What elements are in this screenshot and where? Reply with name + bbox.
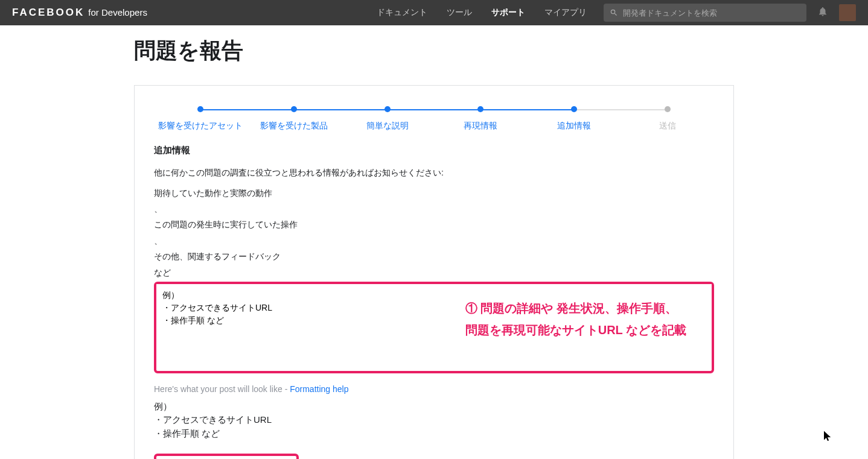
step-assets[interactable]: 影響を受けたアセット: [154, 106, 247, 131]
search-box[interactable]: [604, 4, 806, 22]
step-label: 追加情報: [528, 121, 621, 131]
page-title: 問題を報告: [134, 36, 734, 66]
date-annotation-box: わかっている最終作業日: [154, 454, 299, 459]
step-label: 影響を受けたアセット: [154, 121, 247, 131]
annotation-1-line1: ① 問題の詳細や 発生状況、操作手順、: [465, 297, 686, 319]
step-label: 影響を受けた製品: [247, 121, 341, 131]
nav-myapps[interactable]: マイアプリ: [544, 7, 587, 18]
annotation-1-line2: 問題を再現可能なサイトURL などを記載: [465, 319, 686, 341]
help-comma-2: 、: [154, 234, 714, 247]
annotation-1: ① 問題の詳細や 発生状況、操作手順、 問題を再現可能なサイトURL などを記載: [465, 297, 686, 341]
section-title: 追加情報: [154, 145, 714, 156]
help-line-1: 期待していた動作と実際の動作: [154, 186, 714, 200]
help-intro: 他に何かこの問題の調査に役立つと思われる情報があればお知らせください:: [154, 167, 714, 179]
form-card: 影響を受けたアセット 影響を受けた製品 簡単な説明 再現情報 追加情報 送信: [134, 85, 734, 459]
brand-main-text: FACEBOOK: [12, 7, 85, 19]
brand[interactable]: FACEBOOK for Developers: [12, 7, 147, 19]
help-line-2: この問題の発生時に実行していた操作: [154, 218, 714, 231]
navbar: FACEBOOK for Developers ドキュメント ツール サポート …: [0, 0, 868, 25]
nav-docs[interactable]: ドキュメント: [377, 7, 427, 18]
preview-line-2: ・アクセスできるサイトURL: [154, 413, 714, 427]
stepper: 影響を受けたアセット 影響を受けた製品 簡単な説明 再現情報 追加情報 送信: [154, 106, 714, 131]
cursor-icon: [822, 429, 833, 442]
preview-line-3: ・操作手順 など: [154, 427, 714, 441]
details-textarea-wrapper: ① 問題の詳細や 発生状況、操作手順、 問題を再現可能なサイトURL などを記載: [154, 282, 714, 373]
nav-tools[interactable]: ツール: [447, 7, 472, 18]
date-section: わかっている最終作業日 ② 問題が発生した日を選択: [154, 454, 299, 459]
preview-body: 例） ・アクセスできるサイトURL ・操作手順 など: [154, 400, 714, 441]
bell-icon[interactable]: [817, 6, 828, 19]
brand-sub-text: for Developers: [88, 7, 147, 17]
help-line-4: など: [154, 266, 714, 279]
step-label: 簡単な説明: [340, 121, 434, 131]
nav-links: ドキュメント ツール サポート マイアプリ: [377, 7, 587, 18]
formatting-help-link[interactable]: Formatting help: [290, 384, 348, 394]
help-line-3: その他、関連するフィードバック: [154, 250, 714, 263]
preview-label: Here's what your post will look like - F…: [154, 384, 714, 394]
preview-label-prefix: Here's what your post will look like -: [154, 384, 290, 394]
step-label: 送信: [621, 121, 714, 131]
avatar[interactable]: [839, 4, 856, 21]
search-input[interactable]: [623, 8, 800, 17]
help-comma-1: 、: [154, 202, 714, 215]
search-icon: [610, 8, 618, 17]
step-label: 再現情報: [434, 121, 528, 131]
preview-line-1: 例）: [154, 400, 714, 414]
nav-support[interactable]: サポート: [491, 7, 525, 18]
